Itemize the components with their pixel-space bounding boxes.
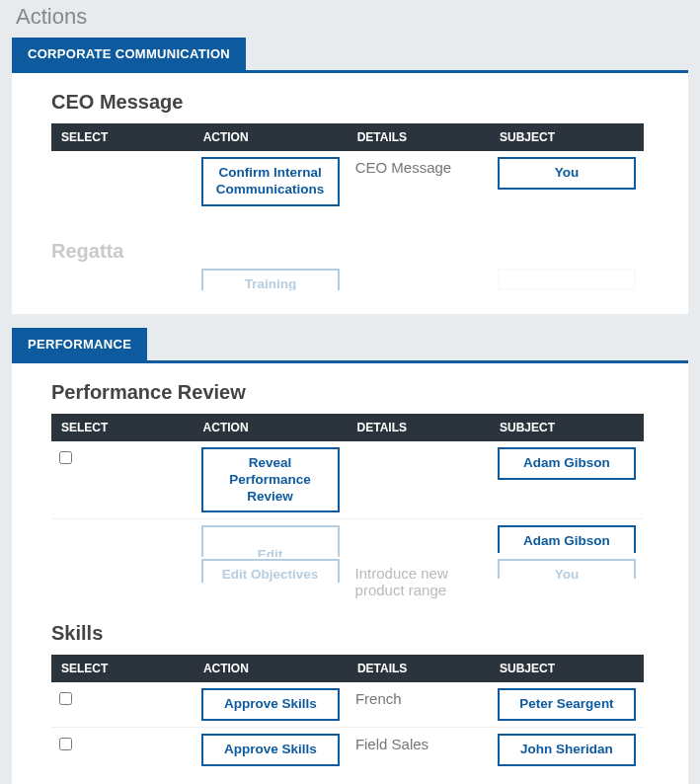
table-skills: SELECT ACTION DETAILS SUBJECT Approve Sk… (51, 655, 644, 772)
table-regatta-ghost: Training (51, 263, 644, 290)
col-action: ACTION (194, 655, 348, 682)
table-row: Reveal Performance Review Adam Gibson (51, 441, 644, 519)
tab-corporate[interactable]: CORPORATE COMMUNICATION (12, 38, 246, 70)
edit-objectives-button-ghost: Edit Objectives (201, 559, 340, 583)
table-row-partial-2: Edit Objectives Introduce new product ra… (51, 557, 644, 604)
heading-regatta-ghost: Regatta (51, 240, 649, 263)
subject-adam-gibson-button[interactable]: Adam Gibson (498, 447, 636, 480)
edit-button-ghost: Edit (201, 525, 340, 557)
subject-you-ghost: You (498, 559, 636, 579)
details-text: Introduce new product range (355, 563, 482, 598)
subject-adam-gibson-button-2[interactable]: Adam Gibson (498, 525, 636, 553)
approve-skills-button[interactable]: Approve Skills (201, 734, 340, 766)
panel-performance: Performance Review SELECT ACTION DETAILS… (12, 363, 688, 784)
reveal-performance-review-button[interactable]: Reveal Performance Review (201, 447, 340, 513)
table-performance-review: SELECT ACTION DETAILS SUBJECT Re (51, 414, 644, 605)
col-action: ACTION (194, 123, 348, 151)
col-select: SELECT (51, 123, 194, 151)
table-row: Approve Skills Field Sales John Sheridan (51, 728, 644, 772)
approve-skills-button[interactable]: Approve Skills (201, 688, 340, 721)
section-performance: PERFORMANCE Performance Review SELECT AC… (12, 328, 688, 784)
col-action: ACTION (194, 414, 348, 441)
heading-performance-review: Performance Review (51, 381, 649, 404)
subject-john-sheridan-button[interactable]: John Sheridan (498, 734, 636, 766)
heading-skills: Skills (51, 622, 649, 645)
col-subject: SUBJECT (490, 655, 644, 682)
details-text: French (355, 688, 482, 707)
subject-peter-seargent-button[interactable]: Peter Seargent (498, 688, 636, 721)
table-row: Approve Skills French Peter Seargent (51, 682, 644, 727)
tab-bar-corporate: CORPORATE COMMUNICATION (12, 38, 688, 73)
col-details: DETAILS (348, 655, 490, 682)
heading-ceo-message: CEO Message (51, 91, 649, 114)
select-checkbox[interactable] (59, 692, 72, 705)
subject-you-button[interactable]: You (498, 157, 636, 190)
col-subject: SUBJECT (490, 414, 644, 441)
tab-performance[interactable]: PERFORMANCE (12, 328, 147, 360)
panel-corporate: CEO Message SELECT ACTION DETAILS SUBJEC… (12, 73, 688, 314)
details-text: Field Sales (355, 734, 482, 752)
subject-ghost (498, 269, 636, 290)
page-title: Actions (12, 0, 688, 38)
tab-bar-performance: PERFORMANCE (12, 328, 688, 363)
col-subject: SUBJECT (490, 123, 644, 151)
col-select: SELECT (51, 655, 194, 682)
table-row: Confirm Internal Communications CEO Mess… (51, 151, 644, 212)
table-row-ghost: Training (51, 263, 644, 290)
col-details: DETAILS (348, 123, 490, 151)
confirm-internal-comms-button[interactable]: Confirm Internal Communications (201, 157, 340, 206)
table-row-partial: Edit Adam Gibson (51, 519, 644, 558)
section-corporate: CORPORATE COMMUNICATION CEO Message SELE… (12, 38, 688, 314)
select-checkbox[interactable] (59, 451, 72, 464)
select-checkbox[interactable] (59, 738, 72, 750)
table-ceo-message: SELECT ACTION DETAILS SUBJECT Confirm In… (51, 123, 644, 212)
training-button-ghost: Training (201, 269, 340, 290)
details-text: CEO Message (355, 157, 482, 176)
col-details: DETAILS (348, 414, 490, 441)
col-select: SELECT (51, 414, 194, 441)
